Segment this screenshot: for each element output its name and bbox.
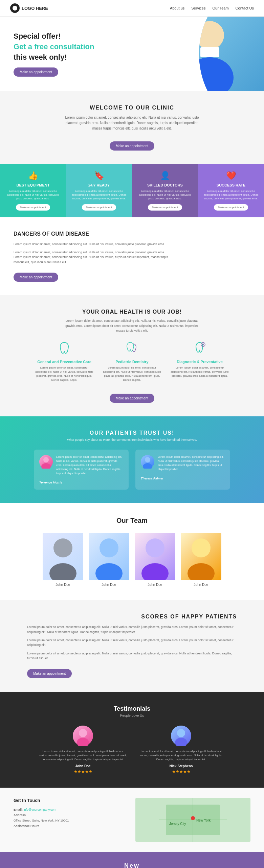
- testimonial-top-1: Lorem ipsum dolor sit amet, consectetur …: [141, 455, 225, 474]
- feature-title-3: SUCCESS RATE: [203, 183, 259, 187]
- svg-point-28: [191, 816, 195, 820]
- feature-body-1: Lorem ipsum dolor sit amet, consectetur …: [71, 189, 127, 201]
- team-photo-0: [43, 533, 83, 580]
- service-item-2: Diagnostic & Preventative Lorem ipsum do…: [169, 341, 230, 382]
- feature-title-0: BEST EQUIPMENT: [5, 183, 61, 187]
- new-badge-label: New: [124, 862, 140, 868]
- navbar: LOGO HERE About us Services Our Team Con…: [0, 0, 264, 17]
- feature-icon-2: 👤: [137, 171, 193, 180]
- testimonial-text-0: Lorem ipsum dolor sit amet, consectetur …: [56, 455, 123, 475]
- feature-cta-1[interactable]: Make an appointment: [82, 204, 116, 211]
- trust-section: OUR PATIENTS TRUST US! What people say a…: [0, 416, 264, 503]
- oral-health-heading: YOUR ORAL HEALTH IS OUR JOB!: [14, 309, 250, 315]
- dangers-para1: Lorem ipsum dolor sit amet, consectetur …: [14, 242, 169, 246]
- testimonial-top-0: Lorem ipsum dolor sit amet, consectetur …: [39, 455, 123, 478]
- test-dark-row: Lorem ipsum dolor sit amet, consectetur …: [14, 726, 250, 774]
- trust-heading: OUR PATIENTS TRUST US!: [14, 430, 250, 436]
- hero-highlight: Get a free consultation: [14, 42, 94, 51]
- service-icon-1: [102, 341, 162, 357]
- feature-icon-1: 🔖: [71, 171, 127, 180]
- nav-services[interactable]: Services: [191, 6, 205, 10]
- feature-card-1: 🔖 24/7 READY Lorem ipsum dolor sit amet,…: [66, 164, 132, 217]
- welcome-cta-button[interactable]: Make an appointment: [110, 141, 154, 151]
- logo-icon: [10, 3, 20, 13]
- service-body-2: Lorem ipsum dolor sit amet, consectetur …: [169, 366, 230, 378]
- happy-section: SCORES OF HAPPY PATIENTS Lorem ipsum dol…: [0, 600, 264, 691]
- service-body-0: Lorem ipsum dolor sit amet, consectetur …: [34, 366, 95, 382]
- welcome-heading: WELCOME TO OUR CLINIC: [27, 105, 237, 111]
- hero-line1: Special offer! Get a free consultation t…: [14, 31, 250, 62]
- footer-map: Jersey City New York: [135, 798, 250, 842]
- service-item-1: Pediatric Dentistry Lorem ipsum dolor si…: [102, 341, 162, 382]
- team-member-2: John Doe: [135, 533, 175, 587]
- services-row: General and Preventative Care Lorem ipsu…: [14, 341, 250, 382]
- dangers-cta-button[interactable]: Make an appointment: [14, 273, 58, 282]
- testimonial-name-1: Theresa Palmer: [141, 477, 225, 480]
- svg-point-12: [100, 538, 118, 557]
- svg-point-21: [175, 738, 187, 746]
- svg-text:New York: New York: [196, 818, 211, 822]
- team-name-0: John Doe: [43, 583, 83, 587]
- footer-email: Email: info@yourcompany.com: [14, 807, 129, 812]
- feature-card-0: 👍 BEST EQUIPMENT Lorem ipsum dolor sit a…: [0, 164, 66, 217]
- test-dark-avatar-0: [73, 726, 93, 746]
- nav-team[interactable]: Our Team: [212, 6, 228, 10]
- happy-heading: SCORES OF HAPPY PATIENTS: [27, 614, 237, 620]
- team-name-1: John Doe: [89, 583, 129, 587]
- hero-section: Special offer! Get a free consultation t…: [0, 17, 264, 91]
- svg-point-11: [49, 563, 76, 580]
- testimonial-avatar-0: [39, 455, 53, 469]
- service-icon-2: [169, 341, 230, 357]
- happy-cta-button[interactable]: Make an appointment: [27, 669, 72, 678]
- footer-hours: Assistance Hours: [14, 823, 129, 829]
- happy-para1: Lorem ipsum dolor sit amet, consectetur …: [27, 625, 237, 634]
- feature-cta-3[interactable]: Make an appointment: [214, 204, 248, 211]
- trust-subheading: What people say about us Here, the comme…: [14, 438, 250, 441]
- footer-email-link[interactable]: info@yourcompany.com: [24, 808, 57, 811]
- test-dark-avatar-1: [171, 726, 191, 746]
- feature-cta-0[interactable]: Make an appointment: [16, 204, 50, 211]
- service-item-0: General and Preventative Care Lorem ipsu…: [34, 341, 95, 382]
- svg-point-13: [95, 563, 123, 580]
- team-section: Our Team John Doe John Doe: [0, 503, 264, 600]
- service-title-2: Diagnostic & Preventative: [169, 360, 230, 364]
- testimonial-name-0: Terrence Morris: [39, 481, 123, 484]
- svg-point-6: [43, 457, 49, 462]
- feature-card-3: ❤️ SUCCESS RATE Lorem ipsum dolor sit am…: [198, 164, 264, 217]
- team-member-0: John Doe: [43, 533, 83, 587]
- test-dark-heading: Testimonials: [14, 705, 250, 712]
- nav-contact[interactable]: Contact Us: [236, 6, 254, 10]
- test-dark-sub: People Love Us: [14, 714, 250, 717]
- team-photo-2: [135, 533, 175, 580]
- svg-point-18: [79, 729, 87, 737]
- oral-health-cta-button[interactable]: Make an appointment: [110, 394, 154, 403]
- service-icon-0: [34, 341, 95, 357]
- hero-cta-button[interactable]: Make an appointment: [14, 67, 58, 77]
- svg-point-9: [143, 463, 152, 469]
- dangers-para2: Lorem ipsum dolor sit amet, consectetur …: [14, 250, 169, 264]
- svg-point-16: [192, 538, 211, 557]
- logo: LOGO HERE: [10, 3, 48, 13]
- features-row: 👍 BEST EQUIPMENT Lorem ipsum dolor sit a…: [0, 164, 264, 217]
- testimonials-row: Lorem ipsum dolor sit amet, consectetur …: [14, 450, 250, 490]
- feature-body-3: Lorem ipsum dolor sit amet, consectetur …: [203, 189, 259, 201]
- feature-body-0: Lorem ipsum dolor sit amet, consectetur …: [5, 189, 61, 201]
- happy-para3: Lorem ipsum dolor sit amet, consectetur …: [27, 651, 237, 661]
- feature-body-2: Lorem ipsum dolor sit amet, consectetur …: [137, 189, 193, 201]
- svg-point-14: [146, 538, 164, 557]
- hero-text: Special offer! Get a free consultation t…: [14, 31, 250, 76]
- testimonials-dark-section: Testimonials People Love Us Lorem ipsum …: [0, 692, 264, 788]
- oral-health-body: Lorem ipsum dolor sit amet, consectetur …: [64, 318, 200, 333]
- svg-point-10: [53, 538, 72, 557]
- feature-cta-2[interactable]: Make an appointment: [148, 204, 182, 211]
- test-dark-name-0: John Doe: [39, 764, 127, 768]
- logo-text: LOGO HERE: [22, 6, 48, 11]
- team-name-3: John Doe: [181, 583, 221, 587]
- test-dark-text-0: Lorem ipsum dolor sit amet, consectetur …: [39, 749, 127, 762]
- nav-about[interactable]: About us: [170, 6, 184, 10]
- footer-contact-heading: Get In Touch: [14, 798, 129, 803]
- svg-point-17: [188, 563, 215, 580]
- testimonial-text-1: Lorem ipsum dolor sit amet, consectetur …: [158, 455, 225, 471]
- testimonial-avatar-1: [141, 455, 154, 469]
- welcome-section: WELCOME TO OUR CLINIC Lorem ipsum dolor …: [0, 91, 264, 164]
